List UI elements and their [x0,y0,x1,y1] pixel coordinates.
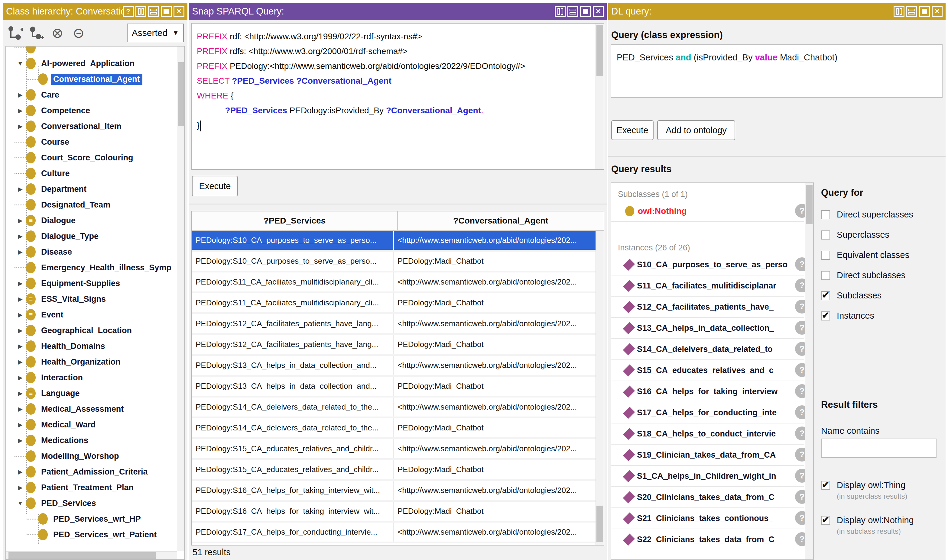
instance-result-row[interactable]: S16_CA_helps_for_taking_interview? [611,381,804,402]
tree-item-label[interactable]: Disease [39,246,74,258]
tree-expanded-icon[interactable]: ▼ [14,500,26,507]
tree-collapsed-icon[interactable]: ▶ [14,358,26,366]
tree-collapsed-icon[interactable]: ▶ [14,91,26,98]
tree-item-label[interactable]: Conversational_Agent [51,74,142,85]
tree-item-label[interactable]: Designated_Team [39,199,113,211]
table-row[interactable]: PEDology:S16_CA_helps_for_taking_intervi… [192,481,596,502]
tree-collapsed-icon[interactable]: ▶ [14,405,26,412]
class-expression-input[interactable]: PED_Services and (isProvided_By value Ma… [611,44,943,98]
tree-item-conversational_item[interactable]: ▶Conversational_Item [6,118,176,134]
tree-item-emergency_health_illness_symp[interactable]: Emergency_Health_illness_Symp [6,260,176,275]
checkbox[interactable] [821,210,830,219]
tree-collapsed-icon[interactable]: ▶ [14,421,26,428]
tree-collapsed-icon[interactable]: ▶ [14,390,26,397]
checkbox[interactable] [821,251,830,260]
tree-item-care[interactable]: ▶Care [6,87,176,103]
tree-expanded-icon[interactable]: ▼ [14,60,26,67]
tree-item-patient_admission_criteria[interactable]: ▶Patient_Admission_Criteria [6,464,176,480]
table-row[interactable]: PEDology:S11_CA_faciliates_mulitidiscipl… [192,272,596,293]
tree-item-conversational_agent[interactable]: Conversational_Agent [6,71,176,87]
instance-result-row[interactable]: S19_Clinician_takes_data_from_CA? [611,445,804,466]
tree-item-label[interactable]: Event [39,309,66,320]
tree-item-label[interactable]: Conversational_Item [39,121,124,132]
tree-item-label[interactable]: Dialogue_Type [39,231,101,242]
add-subclass-icon[interactable] [7,25,23,42]
split-horizontal-icon[interactable] [567,6,578,17]
subclass-result-row[interactable]: owl:Nothing? [611,201,804,222]
table-row[interactable]: PEDology:S12_CA_facilitates_patients_hav… [192,335,596,356]
results-column-header[interactable]: ?PED_Services [192,211,398,230]
sparql-query-editor[interactable]: : / : / :PREFIX rdf: <http://www.w3.org/… [191,23,604,170]
tree-item-label[interactable]: Modelling_Worshop [39,451,122,462]
tree-item-medications[interactable]: ▶Medications [6,432,176,448]
tree-item-label[interactable]: Language [39,388,82,399]
results-table-scrollbar[interactable] [596,231,604,545]
tree-item-equipment-supplies[interactable]: ▶Equipment-Supplies [6,275,176,291]
checkbox[interactable] [821,271,830,280]
name-contains-input[interactable] [821,438,937,458]
tree-item-dialogue_type[interactable]: ▶Dialogue_Type [6,228,176,244]
tree-collapsed-icon[interactable]: ▶ [14,327,26,334]
jump-to-class-icon[interactable]: ⊝ [70,25,87,42]
tree-collapsed-icon[interactable]: ▶ [14,484,26,491]
tree-item-label[interactable]: Culture [39,168,72,179]
tree-collapsed-icon[interactable]: ▶ [14,468,26,475]
sparql-execute-button[interactable]: Execute [192,176,238,196]
tree-collapsed-icon[interactable]: ▶ [14,437,26,444]
tree-item-culture[interactable]: Culture [6,166,176,181]
close-icon[interactable]: ✕ [593,6,604,17]
split-horizontal-icon[interactable] [906,6,917,17]
tree-item-disease[interactable]: ▶Disease [6,244,176,260]
tree-item-label[interactable]: Dialogue [39,215,78,226]
table-row[interactable]: PEDology:S12_CA_facilitates_patients_hav… [192,314,596,335]
tree-item-label[interactable]: Course [39,137,72,148]
result-filter-display-owl-thing[interactable]: Display owl:Thing(in superclass results) [821,481,907,500]
tree-item-department[interactable]: ▶Department [6,181,176,197]
results-column-header[interactable]: ?Conversational_Agent [398,211,604,230]
tree-item-label[interactable]: Health_Organization [39,357,123,368]
tree-item-label[interactable]: Medical_Ward [39,419,98,431]
table-row[interactable]: PEDology:S11_CA_faciliates_mulitidiscipl… [192,293,596,314]
dl-execute-button[interactable]: Execute [611,120,653,140]
maximize-icon[interactable] [580,6,591,17]
tree-item-label[interactable]: Geographical_Location [39,325,134,336]
tree-item[interactable] [6,46,176,55]
query-for-option-instances[interactable]: Instances [821,311,874,321]
tree-collapsed-icon[interactable]: ▶ [14,343,26,350]
table-row[interactable]: PEDology:S16_CA_helps_for_taking_intervi… [192,502,596,523]
tree-item-label[interactable]: Care [39,89,62,101]
tree-collapsed-icon[interactable]: ▶ [14,217,26,224]
table-row[interactable]: PEDology:S10_CA_purposes_to_serve_as_per… [192,252,596,272]
query-for-option-superclasses[interactable]: Superclasses [821,231,889,240]
add-to-ontology-button[interactable]: Add to ontology [657,120,735,140]
close-icon[interactable]: ✕ [173,6,184,17]
tree-item-dialogue[interactable]: ▶≡Dialogue [6,213,176,228]
sparql-editor-scrollbar[interactable] [596,23,604,169]
tree-item-label[interactable]: PED_Services_wrt_Patient [51,529,159,540]
tree-item-course[interactable]: Course [6,134,176,150]
instance-result-row[interactable]: S20_Clinicians_takes_data_from_C? [611,487,804,508]
tree-item-label[interactable]: Emergency_Health_illness_Symp [39,262,174,273]
dl-results-scrollbar[interactable] [805,183,813,559]
instance-result-row[interactable]: S12_CA_facilitates_patients_have_? [611,297,804,318]
checkbox[interactable] [821,311,830,320]
tree-item-label[interactable]: ESS_Vital_Signs [39,294,108,305]
help-icon[interactable]: ? [123,6,134,17]
split-vertical-icon[interactable] [555,6,566,17]
instance-result-row[interactable]: S22_Clinicians_takes_data_from_C? [611,529,804,550]
tree-item-ped_services_wrt_patient[interactable]: PED_Services_wrt_Patient [6,527,176,543]
tree-item-label[interactable]: Medical_Assessment [39,403,126,415]
close-icon[interactable]: ✕ [932,6,943,17]
instance-result-row[interactable]: S11_CA_faciliates_mulitidisciplanar? [611,275,804,297]
tree-item-label[interactable]: PED_Services_wrt_HP [51,514,143,525]
add-sibling-class-icon[interactable] [28,25,45,42]
instance-result-row[interactable]: S17_CA_helps_for_conducting_inte? [611,402,804,423]
instance-result-row[interactable]: S18_CA_helps_to_conduct_intervie? [611,423,804,445]
tree-collapsed-icon[interactable]: ▶ [14,295,26,303]
checkbox[interactable] [821,481,830,490]
result-filter-display-owl-nothing[interactable]: Display owl:Nothing(in subclass results) [821,516,914,535]
instance-result-row[interactable]: S1_CA_helps_in_Children_wight_in? [611,466,804,487]
query-for-option-direct-superclasses[interactable]: Direct superclasses [821,210,913,220]
instance-result-row[interactable]: S13_CA_helps_in_data_collection_? [611,318,804,339]
tree-collapsed-icon[interactable]: ▶ [14,232,26,240]
